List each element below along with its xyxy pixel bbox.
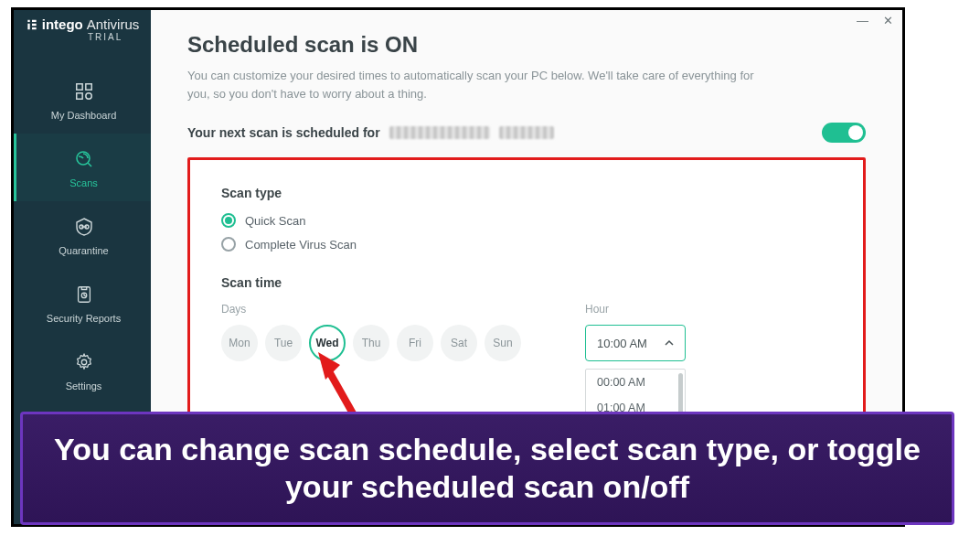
brand-logo-icon: [26, 18, 38, 31]
brand-name-strong: intego: [42, 17, 83, 31]
sidebar-item-label: Security Reports: [47, 313, 121, 324]
sidebar-item-settings[interactable]: Settings: [14, 337, 151, 404]
page-subtitle: You can customize your desired times to …: [187, 67, 772, 102]
brand-tier: TRIAL: [26, 33, 140, 42]
reports-icon: [71, 282, 97, 307]
scan-time-heading: Scan time: [221, 275, 832, 290]
next-scan-date-redacted: [389, 126, 490, 139]
next-scan-time-redacted: [499, 126, 554, 139]
dashboard-icon: [71, 79, 97, 104]
hour-label: Hour: [585, 303, 686, 316]
radio-quick-scan[interactable]: Quick Scan: [221, 213, 832, 228]
page-title: Scheduled scan is ON: [187, 32, 866, 58]
radio-label: Complete Virus Scan: [245, 238, 357, 252]
days-column: Days Mon Tue Wed Thu Fri Sat Sun: [221, 303, 521, 361]
sidebar-item-reports[interactable]: Security Reports: [14, 269, 151, 337]
sidebar-item-label: Quarantine: [59, 245, 108, 256]
day-sun[interactable]: Sun: [485, 325, 521, 361]
day-thu[interactable]: Thu: [353, 325, 389, 361]
scan-type-heading: Scan type: [221, 186, 832, 200]
window-controls: — ✕: [857, 14, 893, 27]
sidebar-nav: My Dashboard Scans Quarantine Security R…: [14, 66, 151, 404]
sidebar-item-quarantine[interactable]: Quarantine: [14, 201, 151, 269]
radio-icon: [221, 213, 236, 228]
sidebar-item-label: My Dashboard: [51, 110, 117, 121]
brand-name-light: Antivirus: [87, 17, 140, 31]
hour-select[interactable]: 10:00 AM: [585, 325, 686, 361]
window-close-button[interactable]: ✕: [883, 14, 893, 27]
radio-icon: [221, 237, 236, 252]
sidebar-item-scans[interactable]: Scans: [14, 134, 151, 201]
radio-complete-scan[interactable]: Complete Virus Scan: [221, 237, 832, 252]
day-sat[interactable]: Sat: [441, 325, 477, 361]
day-fri[interactable]: Fri: [397, 325, 433, 361]
next-scan-prefix: Your next scan is scheduled for: [187, 125, 380, 140]
quarantine-icon: [71, 214, 97, 240]
svg-point-9: [81, 359, 87, 365]
sidebar-item-label: Scans: [69, 177, 98, 188]
day-wed[interactable]: Wed: [309, 325, 346, 361]
scheduled-scan-toggle[interactable]: [822, 123, 866, 143]
annotation-caption: You can change scan schedule, select sca…: [20, 412, 954, 525]
hour-option[interactable]: 00:00 AM: [586, 370, 685, 395]
svg-rect-1: [85, 84, 91, 90]
gear-icon: [71, 349, 97, 375]
days-picker: Mon Tue Wed Thu Fri Sat Sun: [221, 325, 521, 361]
scan-icon: [71, 146, 97, 172]
sidebar-item-label: Settings: [66, 381, 102, 391]
next-scan-row: Your next scan is scheduled for: [187, 123, 866, 143]
svg-point-3: [85, 93, 91, 99]
sidebar-item-dashboard[interactable]: My Dashboard: [14, 66, 151, 134]
svg-rect-2: [76, 93, 81, 99]
svg-rect-0: [76, 84, 81, 90]
scan-type-group: Quick Scan Complete Virus Scan: [221, 213, 832, 252]
day-mon[interactable]: Mon: [221, 325, 258, 361]
hour-selected-value: 10:00 AM: [597, 337, 647, 350]
days-label: Days: [221, 303, 521, 316]
brand-block: intego Antivirus TRIAL: [26, 10, 140, 44]
day-tue[interactable]: Tue: [265, 325, 302, 361]
chevron-up-icon: [665, 338, 674, 348]
window-minimize-button[interactable]: —: [857, 14, 868, 27]
radio-label: Quick Scan: [245, 214, 305, 228]
